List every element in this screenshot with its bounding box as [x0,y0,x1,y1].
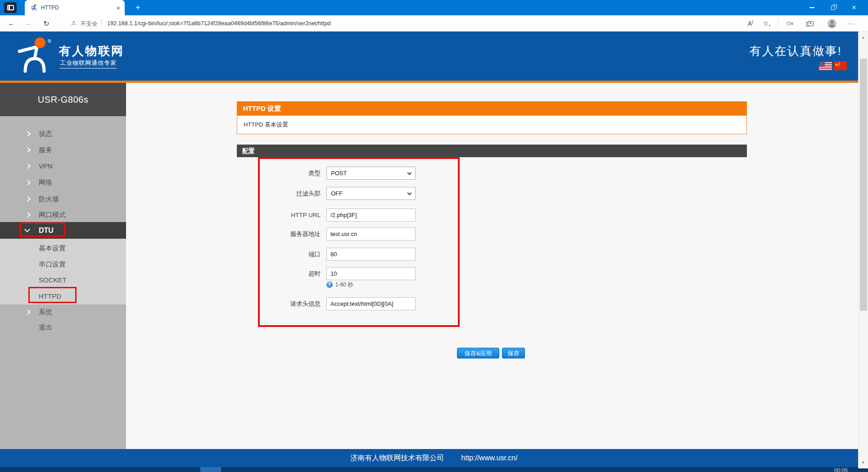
chevron-down-icon [24,227,30,232]
scroll-up-icon[interactable]: ▲ [859,35,868,40]
device-name: USR-G806s [0,83,126,116]
submenu-item-serial-settings[interactable]: 串口设置 [0,259,126,270]
chevron-right-icon [25,147,30,152]
sidebar-item-services[interactable]: 服务 [0,145,126,155]
submenu-item-basic-settings[interactable]: 基本设置 [0,243,126,254]
sidebar-item-firewall[interactable]: 防火墙 [0,194,126,204]
not-secure-icon: ⚠ [71,19,77,26]
filter-header-select[interactable]: OFF [326,187,416,200]
sidebar-item-label: VPN [39,161,53,172]
sidebar-item-label: DTU [39,222,54,239]
workspaces-icon [7,5,14,10]
settings-menu-button[interactable]: ··· [844,15,858,32]
port-label: 端口 [243,248,321,261]
forward-button[interactable]: → [22,15,35,32]
sidebar-item-label: 服务 [39,145,52,155]
header-accent-strip [0,81,868,83]
sidebar-item-label: 防火墙 [39,194,59,204]
submenu-item-label: SOCKET [39,275,67,286]
address-bar[interactable]: 192.168.1.1/cgi-bin/luci/;stok=7f1a6b712… [107,20,331,27]
sidebar-item-vpn[interactable]: VPN [0,161,126,172]
filter-header-label: 过滤头部 [243,187,321,200]
browser-toolbar: ← → ↻ ⚠ 不安全 | 192.168.1.1/cgi-bin/luci/;… [0,15,868,32]
server-address-input[interactable] [326,227,416,241]
sidebar-item-label: 系统 [39,307,52,318]
overlay-time: 00:05 [834,467,848,472]
window-close-button[interactable]: × [844,0,864,15]
add-favorite-button[interactable]: ☆+ [759,15,773,32]
chevron-right-icon [25,309,30,314]
window-restore-button[interactable] [823,0,843,15]
type-label: 类型 [243,167,321,180]
save-apply-button[interactable]: 保存&应用 [457,348,499,359]
request-headers-input[interactable] [326,297,416,310]
sidebar-item-system[interactable]: 系统 [0,307,126,318]
us-flag-icon[interactable] [819,61,832,70]
timeout-hint-text: 1-60 秒 [335,281,353,289]
chevron-right-icon [25,131,30,136]
sidebar-item-label: 退出 [39,322,52,333]
workspaces-button[interactable] [4,2,17,13]
collections-button[interactable] [803,15,818,32]
sidebar-item-status[interactable]: 状态 [0,128,126,139]
toolbar-separator [778,18,778,29]
tab-title: HTTPD [41,5,59,11]
profile-button[interactable] [825,15,839,32]
favorites-button[interactable]: ☆≡ [782,15,797,32]
read-aloud-button[interactable]: A) [744,15,757,32]
avatar-icon [827,19,836,28]
collections-icon [808,21,814,26]
filter-select-value: OFF [331,190,343,197]
sidebar-item-port-mode[interactable]: 网口模式 [0,209,126,220]
tab-close-icon[interactable]: × [116,5,120,11]
not-secure-label[interactable]: 不安全 [81,20,98,28]
submenu-item-label: HTTPD [39,291,61,302]
submenu-item-socket[interactable]: SOCKET [0,275,126,286]
browser-tab-bar: HTTPD × + × [0,0,868,15]
timeout-input[interactable] [326,267,416,280]
browser-tab[interactable]: HTTPD × [25,0,125,15]
submenu-item-httpd[interactable]: HTTPD [0,291,126,302]
refresh-button[interactable]: ↻ [40,15,53,32]
footer-website-link[interactable]: http://www.usr.cn/ [461,454,517,462]
scrollbar-thumb[interactable] [860,59,867,311]
bottom-overlay-strip: 00:05 [0,467,868,472]
port-input[interactable] [326,248,416,261]
scroll-down-icon[interactable]: ▼ [859,460,868,465]
brand-tagline: 工业物联网通信专家 [60,59,117,68]
plus-icon: + [769,23,771,28]
cn-flag-icon[interactable] [834,61,847,70]
sidebar-item-logout[interactable]: 退出 [0,322,126,333]
server-address-label: 服务器地址 [243,227,321,241]
lines-icon: ≡ [791,21,794,26]
chevron-right-icon [25,196,30,201]
sidebar-item-dtu[interactable]: DTU [0,222,126,239]
header-slogan: 有人在认真做事! [750,43,842,59]
read-aloud-icon: A [748,20,752,27]
type-select[interactable]: POST [326,167,416,180]
submenu-item-label: 基本设置 [39,243,66,254]
footer-company: 济南有人物联网技术有限公司 [350,454,444,463]
http-url-input[interactable] [326,209,416,222]
url-divider: | [101,18,103,26]
back-button[interactable]: ← [5,15,18,32]
save-button[interactable]: 保存 [502,348,525,359]
page-scrollbar[interactable]: ▲ ▼ [858,32,868,468]
section-title-bar: HTTPD 设置 [237,101,747,115]
chevron-right-icon [25,212,30,217]
minimize-icon [809,7,814,8]
sidebar-item-network[interactable]: 网络 [0,177,126,188]
timeout-label: 超时 [243,267,321,280]
screen: HTTPD × + × ← → ↻ ⚠ 不安全 | 192.168.1.1/cg… [0,0,868,472]
window-minimize-button[interactable] [802,0,822,15]
new-tab-button[interactable]: + [132,2,144,14]
section-note-box: HTTPD 基本设置 [237,115,747,134]
page-footer: 济南有人物联网技术有限公司 http://www.usr.cn/ [0,449,868,467]
read-aloud-waves-icon: ) [752,19,753,24]
sidebar-item-label: 状态 [39,128,52,139]
request-headers-label: 请求头信息 [243,297,321,310]
chevron-down-icon [407,191,412,195]
submenu-item-label: 串口设置 [39,259,66,270]
sidebar-item-label: 网络 [39,177,52,188]
config-panel-title: 配置 [237,145,747,157]
